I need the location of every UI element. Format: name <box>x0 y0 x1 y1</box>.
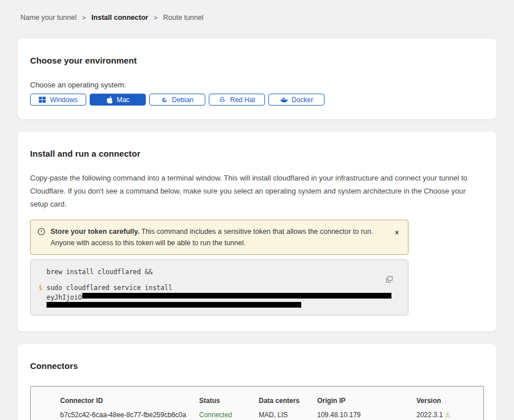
code-line-brew: brew install cloudflared && <box>39 267 399 277</box>
choose-environment-card: Choose your environment Choose an operat… <box>18 39 496 119</box>
connectors-table: Connector ID Status Data centers Origin … <box>30 386 484 420</box>
breadcrumb-route-tunnel[interactable]: Route tunnel <box>163 14 204 22</box>
connectors-title: Connectors <box>30 361 484 371</box>
warning-title: Store your token carefully. <box>50 228 140 236</box>
prompt-gutter <box>39 267 47 277</box>
debian-icon <box>161 96 168 103</box>
col-header-origin-ip: Origin IP <box>317 397 416 405</box>
connectors-card: Connectors Connector ID Status Data cent… <box>18 344 496 420</box>
redacted-token-bar <box>82 293 391 299</box>
redhat-icon <box>218 96 226 103</box>
docker-icon <box>280 96 288 103</box>
origin-ip-value: 109.48.10.179 <box>317 411 416 419</box>
install-description: Copy-paste the following command into a … <box>30 172 482 211</box>
prompt-gutter <box>39 293 47 303</box>
status-badge: Connected <box>199 411 259 419</box>
code-line-token: eyJhIjoiO <box>39 293 399 303</box>
apple-icon <box>106 96 113 104</box>
redacted-token-bar <box>47 302 301 308</box>
os-select-label: Choose an operating system: <box>30 81 484 89</box>
breadcrumb-separator: > <box>82 14 86 21</box>
breadcrumb-install-connector[interactable]: Install connector <box>91 14 148 22</box>
install-command-code-block: brew install cloudflared && $ sudo cloud… <box>30 259 408 316</box>
close-icon[interactable]: × <box>391 226 400 236</box>
os-button-docker[interactable]: Docker <box>268 94 325 106</box>
code-text: brew install cloudflared && <box>47 267 153 277</box>
code-text: sudo cloudflared service install <box>47 283 172 293</box>
version-warning-icon: ⚠ <box>445 411 451 419</box>
code-line-token-2 <box>39 302 399 308</box>
install-connector-title: Install and run a connector <box>30 149 484 158</box>
os-button-debian[interactable]: Debian <box>149 94 205 106</box>
connector-id-value: b7c52c42-6caa-48ee-8c77-fbe259cb6c0a <box>60 411 199 419</box>
warning-text: Store your token carefully. This command… <box>50 226 386 249</box>
os-button-windows[interactable]: Windows <box>30 94 86 106</box>
choose-environment-title: Choose your environment <box>30 56 484 65</box>
breadcrumb: Name your tunnel > Install connector > R… <box>0 0 514 22</box>
col-header-version: Version <box>416 397 483 405</box>
os-button-label: Mac <box>117 96 130 104</box>
data-centers-value: MAD, LIS <box>259 411 317 419</box>
copy-icon[interactable] <box>385 275 394 286</box>
breadcrumb-name-your-tunnel[interactable]: Name your tunnel <box>20 14 77 22</box>
col-header-status: Status <box>199 397 259 405</box>
os-button-label: Red Hat <box>230 96 255 104</box>
os-button-label: Windows <box>50 96 78 104</box>
col-header-data-centers: Data centers <box>259 397 317 405</box>
token-prefix: eyJhIjoiO <box>47 293 82 303</box>
os-button-label: Docker <box>292 96 313 104</box>
table-row: b7c52c42-6caa-48ee-8c77-fbe259cb6c0a Con… <box>60 411 483 419</box>
breadcrumb-separator: > <box>154 14 157 21</box>
token-warning-banner: Store your token carefully. This command… <box>30 220 408 255</box>
os-button-label: Debian <box>172 96 193 104</box>
version-value: 2022.3.1⚠ <box>416 411 483 419</box>
connectors-table-header: Connector ID Status Data centers Origin … <box>60 397 483 405</box>
shell-prompt: $ <box>39 283 47 293</box>
code-line-sudo: $ sudo cloudflared service install <box>39 283 399 293</box>
os-button-redhat[interactable]: Red Hat <box>209 94 265 106</box>
install-connector-card: Install and run a connector Copy-paste t… <box>18 132 496 331</box>
os-button-mac[interactable]: Mac <box>90 94 146 106</box>
col-header-connector-id: Connector ID <box>60 397 199 405</box>
os-button-group: Windows Mac Debian <box>30 94 484 106</box>
alert-circle-icon <box>37 228 45 239</box>
windows-icon <box>39 96 46 103</box>
prompt-gutter <box>39 302 47 308</box>
